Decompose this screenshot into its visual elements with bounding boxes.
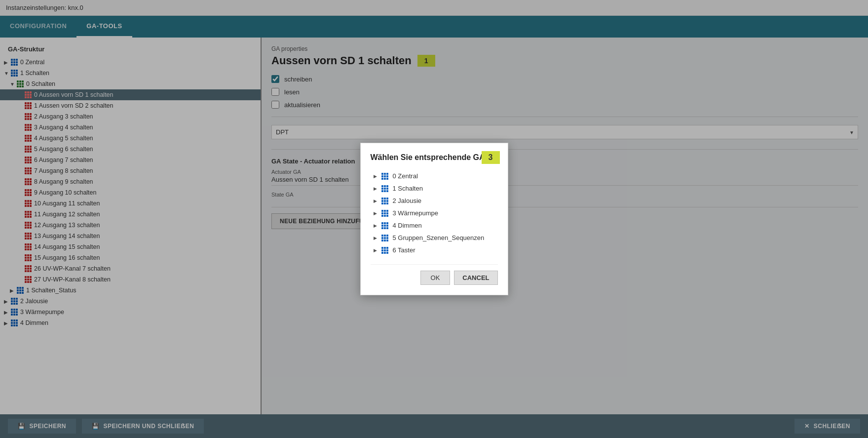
modal-tree-item-label: 3 Wärmepumpe — [393, 209, 438, 217]
modal-grid-icon — [381, 185, 388, 192]
modal-tree-item-label: 0 Zentral — [393, 172, 418, 180]
modal-tree-item-m-taster[interactable]: ▶6 Taster — [371, 244, 498, 256]
modal-grid-icon — [381, 173, 388, 180]
modal-tree-item-label: 1 Schalten — [393, 185, 423, 192]
modal-tree-item-m-zentral[interactable]: ▶0 Zentral — [371, 170, 498, 182]
modal-buttons: OK CANCEL — [371, 264, 498, 285]
modal-tree-arrow: ▶ — [374, 199, 379, 203]
modal-ok-button[interactable]: OK — [420, 271, 451, 285]
modal-tree-arrow: ▶ — [374, 174, 379, 179]
modal-tree-arrow: ▶ — [374, 186, 379, 191]
modal-badge-3: 3 — [482, 151, 500, 164]
modal-tree-arrow: ▶ — [374, 248, 379, 253]
modal-cancel-button[interactable]: CANCEL — [454, 271, 497, 285]
modal-tree-item-m-gruppen[interactable]: ▶5 Gruppen_Szenen_Sequenzen — [371, 232, 498, 244]
modal-tree-item-label: 6 Taster — [393, 246, 415, 254]
modal-tree-item-m-jalousie[interactable]: ▶2 Jalousie — [371, 195, 498, 207]
modal-grid-icon — [381, 235, 388, 241]
modal-grid-icon — [381, 222, 388, 229]
modal-tree-item-label: 2 Jalousie — [393, 197, 422, 204]
modal-tree-item-label: 5 Gruppen_Szenen_Sequenzen — [393, 234, 485, 241]
modal-tree-container: ▶0 Zentral▶1 Schalten▶2 Jalousie▶3 Wärme… — [371, 170, 498, 256]
modal-tree-arrow: ▶ — [374, 211, 379, 216]
modal-title: Wählen Sie entsprechende GA — [371, 153, 498, 162]
modal-grid-icon — [381, 198, 388, 204]
modal-tree-item-m-dimmen[interactable]: ▶4 Dimmen — [371, 219, 498, 232]
modal-overlay: Wählen Sie entsprechende GA 3 ▶0 Zentral… — [0, 0, 868, 438]
modal-tree-item-label: 4 Dimmen — [393, 222, 422, 229]
modal-tree-item-m-schalten[interactable]: ▶1 Schalten — [371, 182, 498, 195]
modal-tree-item-m-waermepumpe[interactable]: ▶3 Wärmepumpe — [371, 207, 498, 219]
modal-tree-arrow: ▶ — [374, 236, 379, 240]
modal-dialog: Wählen Sie entsprechende GA 3 ▶0 Zentral… — [360, 143, 508, 295]
modal-grid-icon — [381, 247, 388, 254]
modal-tree-arrow: ▶ — [374, 223, 379, 228]
modal-grid-icon — [381, 210, 388, 217]
